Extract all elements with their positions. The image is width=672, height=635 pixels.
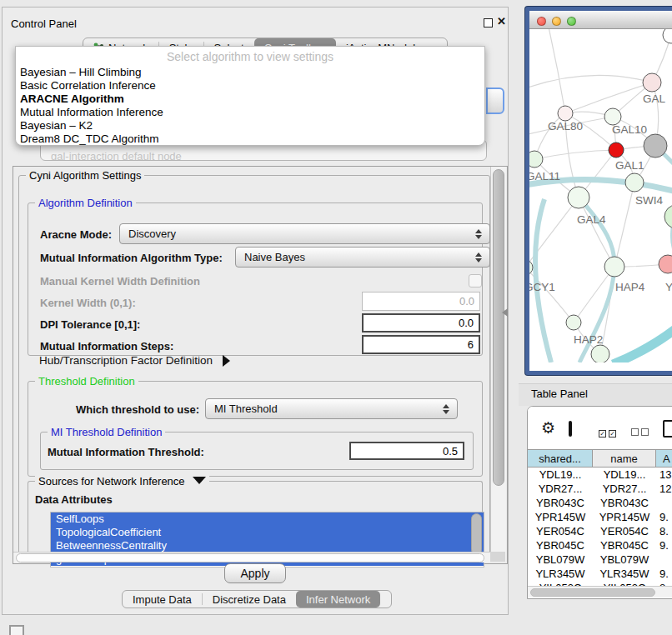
network-node[interactable] (568, 187, 589, 208)
table-panel-window: ⚙ ✓✓ shared... name A YDL19...YDL19...13… (527, 406, 672, 599)
aracne-mode-combo[interactable]: Discovery (119, 223, 490, 244)
dropdown-item[interactable]: Dream8 DC_TDC Algorithm (20, 132, 159, 145)
algorithm-combo-focus-ring[interactable] (486, 88, 504, 114)
dropdown-item[interactable]: Mutual Information Inference (20, 106, 163, 118)
control-panel-title: Control Panel (11, 18, 77, 30)
network-node[interactable] (604, 257, 624, 277)
desktop: Control Panel ✕ Network Style (0, 0, 672, 635)
network-window-titlebar[interactable] (529, 11, 672, 29)
network-node[interactable] (663, 29, 672, 43)
panel-collapse-arrow-icon[interactable] (502, 308, 508, 317)
which-threshold-label: Which threshold to use: (76, 403, 199, 416)
algorithm-definition-title: Algorithm Definition (35, 197, 136, 209)
hub-tf-definition-toggle[interactable]: Hub/Transcription Factor Definition (39, 354, 230, 367)
mac-zoom-button[interactable] (567, 17, 576, 26)
network-node[interactable] (529, 260, 533, 275)
float-window-icon[interactable] (484, 18, 493, 28)
network-graph: GAL GAL80 GAL10 GAL1 GAL11 SWI4 GAL4 GCY… (529, 29, 672, 362)
network-node[interactable] (664, 205, 672, 228)
network-node[interactable] (529, 151, 543, 168)
node-label: GAL (643, 92, 666, 105)
mi-type-label: Mutual Information Algorithm Type: (40, 252, 223, 264)
gear-icon[interactable]: ⚙ (541, 418, 555, 438)
node-label: GCY1 (529, 281, 555, 293)
node-label: GAL10 (612, 123, 647, 136)
algorithm-definition-group: Algorithm Definition Aracne Mode: Discov… (28, 202, 483, 356)
cyni-algorithm-settings-title: Cyni Algorithm Settings (26, 169, 144, 182)
table-hscrollbar-thumb[interactable] (530, 588, 655, 597)
dpi-tolerance-label: DPI Tolerance [0,1]: (40, 318, 140, 331)
sources-group: Sources for Network Inference Data Attri… (28, 481, 483, 558)
settings-vscrollbar-thumb[interactable] (493, 169, 504, 486)
table-panel-title: Table Panel (531, 388, 588, 400)
list-item[interactable]: TopologicalCoefficient (51, 526, 484, 539)
threshold-definition-group: Threshold Definition Which threshold to … (28, 381, 483, 477)
network-node[interactable] (604, 108, 621, 125)
table-body: YDL19...YDL19...13 YDR27...YDR27...12 YB… (528, 468, 672, 586)
mi-threshold-group: MI Threshold Definition Mutual Informati… (40, 432, 474, 470)
dropdown-item[interactable]: Bayesian – K2 (20, 119, 93, 132)
network-node[interactable] (659, 255, 672, 273)
aracne-mode-label: Aracne Mode: (40, 228, 112, 241)
cyni-algorithm-settings-group: Cyni Algorithm Settings Algorithm Defini… (18, 175, 490, 558)
dropdown-item[interactable]: Basic Correlation Inference (20, 79, 156, 92)
mac-close-button[interactable] (537, 17, 546, 26)
algorithm-dropdown-popup: Select algorithm to view settings Bayesi… (15, 46, 485, 146)
column-header[interactable]: shared... (528, 449, 593, 468)
manual-kernel-label: Manual Kernel Width Definition (40, 275, 200, 288)
network-node-labels: GAL GAL80 GAL10 GAL1 GAL11 SWI4 GAL4 GCY… (529, 92, 672, 346)
kernel-width-label: Kernel Width (0,1): (40, 297, 136, 309)
data-attributes-label: Data Attributes (35, 493, 113, 506)
network-canvas[interactable]: GAL GAL80 GAL10 GAL1 GAL11 SWI4 GAL4 GCY… (529, 29, 672, 362)
network-node[interactable] (644, 134, 667, 158)
apply-button[interactable]: Apply (224, 563, 286, 583)
manual-kernel-checkbox[interactable] (469, 274, 482, 288)
tab-infer-network[interactable]: Infer Network (296, 591, 380, 608)
list-item[interactable]: SelfLoops (51, 512, 484, 526)
network-node[interactable] (566, 315, 581, 330)
tab-discretize-data[interactable]: Discretize Data (203, 591, 296, 608)
mi-threshold-label: Mutual Information Threshold: (48, 446, 204, 458)
dropdown-item-selected[interactable]: ARACNE Algorithm (20, 92, 124, 105)
column-header[interactable]: name (593, 449, 656, 468)
network-node[interactable] (591, 345, 609, 362)
table-hscrollbar[interactable] (528, 586, 672, 598)
float-panel-icon[interactable] (9, 625, 24, 635)
which-threshold-combo[interactable]: MI Threshold (205, 398, 458, 419)
dropdown-item[interactable]: Bayesian – Hill Climbing (20, 66, 142, 78)
close-icon[interactable]: ✕ (497, 15, 506, 28)
network-node-selected[interactable] (609, 142, 624, 158)
tab-impute-data[interactable]: Impute Data (123, 591, 202, 608)
network-node[interactable] (558, 106, 573, 121)
node-label: HAP2 (574, 333, 603, 346)
dpi-tolerance-field[interactable] (362, 313, 480, 332)
kernel-width-field[interactable] (362, 292, 480, 311)
node-label: HAP4 (615, 281, 645, 293)
columns-icon[interactable] (569, 421, 572, 437)
list-item[interactable]: BetweennessCentrality (51, 539, 484, 552)
sources-title[interactable]: Sources for Network Inference (35, 475, 209, 488)
table-toolbar: ⚙ ✓✓ (528, 407, 672, 448)
settings-vscrollbar[interactable] (490, 167, 506, 562)
network-node[interactable] (643, 73, 661, 92)
node-label: GAL11 (529, 170, 560, 182)
mi-type-combo[interactable]: Naive Bayes (235, 247, 490, 268)
column-header[interactable]: A (656, 449, 672, 468)
network-node[interactable] (625, 173, 644, 192)
node-label: Y (665, 281, 672, 293)
mi-threshold-field[interactable] (349, 442, 464, 460)
threshold-definition-title: Threshold Definition (35, 375, 138, 388)
spinner-arrows-icon (475, 252, 482, 262)
triangle-down-icon (193, 477, 206, 484)
mac-minimize-button[interactable] (552, 17, 561, 26)
document-icon[interactable] (663, 420, 672, 438)
scroll-corner (490, 552, 505, 562)
select-all-columns-icon[interactable]: ✓✓ (599, 426, 616, 438)
settings-hscrollbar[interactable] (13, 552, 490, 562)
settings-hscrollbar-thumb[interactable] (16, 553, 484, 562)
list-scrollbar-thumb[interactable] (471, 513, 482, 555)
mi-steps-field[interactable] (362, 335, 480, 354)
deselect-all-columns-icon[interactable] (631, 426, 649, 438)
node-label: SWI4 (635, 194, 663, 207)
node-label: GAL4 (577, 213, 606, 226)
